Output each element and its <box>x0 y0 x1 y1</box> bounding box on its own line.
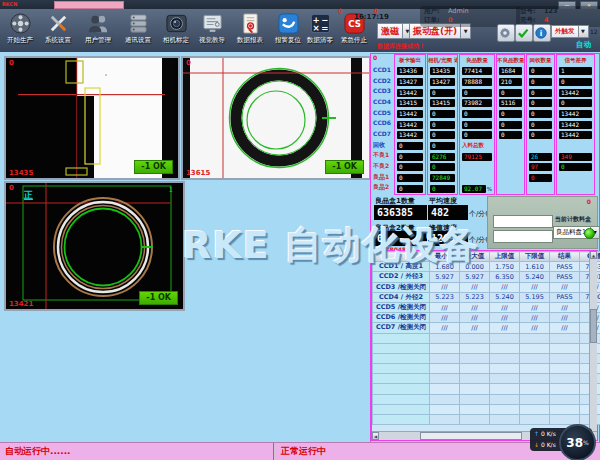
stats-value-box: 13436 <box>397 67 423 75</box>
stats-cell: 0 <box>395 141 425 152</box>
measure-row-label: CCD1 / 高度1 <box>373 262 430 272</box>
stats-cell: 0 <box>395 162 425 173</box>
measure-row[interactable]: CCD3 /检测关闭////////////////// <box>373 282 600 292</box>
data-report-button[interactable]: 数据报表 <box>230 12 270 45</box>
measure-header <box>373 252 430 262</box>
stats-cell: 5116 <box>497 98 524 109</box>
measure-empty-cell <box>550 384 580 394</box>
stats-value-box: 13442 <box>397 110 423 118</box>
measure-empty-cell <box>430 384 460 394</box>
stats-value-box: 0 <box>499 121 522 129</box>
camera-2-result-badge: -1 OK <box>325 160 364 174</box>
trigger-count: 12 <box>590 28 598 35</box>
trigger-mode-dropdown[interactable]: 外触发 ▼ <box>551 25 589 38</box>
box1-count: 636385 <box>374 205 427 220</box>
clock: 16:17:19 <box>354 13 389 21</box>
measure-row[interactable]: CCD1 / 高度11.6800.0001.7501.610PASS77439 <box>373 262 600 272</box>
stats-cell: 0 <box>497 130 524 141</box>
stats-value-box: 13415 <box>430 99 455 107</box>
measure-cell: 5.240 <box>520 272 550 282</box>
excite-dropdown[interactable]: 激磁 ▼ <box>377 23 413 39</box>
stats-value-box: 0 <box>559 99 592 107</box>
stats-cell <box>497 151 524 162</box>
vertical-scroll-thumb[interactable] <box>590 309 597 343</box>
vision-teach-button[interactable]: 视觉教导 <box>192 12 232 45</box>
measure-empty-row <box>373 353 600 363</box>
measure-row[interactable]: CCD5 /检测关闭////////////////// <box>373 302 600 312</box>
stats-cell: 0 <box>395 183 425 194</box>
tray-input-1[interactable] <box>493 215 553 228</box>
stats-cell <box>527 183 554 194</box>
stats-cell <box>460 162 494 173</box>
start-production-button[interactable]: 开始生产 <box>0 12 40 45</box>
upload-speed: 0 K/s <box>541 430 556 437</box>
measure-empty-row <box>373 364 600 374</box>
measure-empty-cell <box>430 404 460 414</box>
stats-column-header: 良品数量 <box>460 55 494 66</box>
settings-gear-button[interactable] <box>497 24 515 42</box>
stats-cell: 92.07% <box>460 183 494 194</box>
measure-cell: /// <box>520 302 550 312</box>
model-value: 123 <box>544 7 558 16</box>
camera-view-3: 0 正 1 13421 -1 OK <box>4 181 185 311</box>
measure-empty-cell <box>550 333 580 343</box>
stats-value-box: 0 <box>430 121 455 129</box>
measure-empty-cell <box>550 404 580 414</box>
tray-input-2[interactable] <box>493 230 553 243</box>
tray-status-led <box>584 228 595 239</box>
stats-cell: 13442 <box>395 109 425 120</box>
info-button[interactable]: i <box>533 24 551 42</box>
measure-empty-cell <box>550 374 580 384</box>
stats-row-label: 良品1 <box>371 172 393 183</box>
stats-cell: 入料总数 <box>460 141 494 152</box>
stats-cell: 0 <box>460 119 494 130</box>
stats-cell: 0 <box>527 119 554 130</box>
measure-cell: /// <box>460 323 490 333</box>
measure-empty-cell <box>490 353 520 363</box>
measure-cell: /// <box>430 302 460 312</box>
comm-settings-button[interactable]: 通讯设置 <box>118 12 158 45</box>
scroll-up-icon[interactable]: ▲ <box>590 251 597 259</box>
measure-row[interactable]: CCD6 /检测关闭////////////////// <box>373 313 600 323</box>
chevron-down-icon[interactable]: ▼ <box>579 25 589 38</box>
measure-cell: 5.195 <box>520 292 550 302</box>
measure-row[interactable]: CCD2 / 外径35.9275.9276.3505.240PASS78911 <box>373 272 600 282</box>
stats-corner-flag: 0 <box>371 54 393 65</box>
user-management-button[interactable]: 用户管理 <box>78 12 118 45</box>
stats-cell: 0 <box>428 162 457 173</box>
scroll-left-icon[interactable]: ◀ <box>372 432 379 440</box>
measure-row[interactable]: CCD7 /检测关闭////////////////// <box>373 323 600 333</box>
measure-row[interactable]: CCD4 / 外径25.2235.2235.2405.195PASS74006 <box>373 292 600 302</box>
vertical-scrollbar[interactable]: ▲ <box>589 251 597 432</box>
memory-usage-ball[interactable]: 38% <box>559 424 596 460</box>
horizontal-scroll-thumb[interactable] <box>420 432 522 440</box>
stats-cell: 0 <box>460 130 494 141</box>
measure-empty-cell <box>490 384 520 394</box>
stats-value-box: 210 <box>499 78 522 86</box>
stats-value-box: 78888 <box>462 78 492 86</box>
stats-cell: 13435 <box>428 66 457 77</box>
stats-cell: 0 <box>497 87 524 98</box>
stats-value-box: 13442 <box>397 89 423 97</box>
status-bar: 自动运行中...... 正常运行中 <box>0 442 600 460</box>
measure-cell: 1.610 <box>520 262 550 272</box>
stats-value-box: 73982 <box>462 99 492 107</box>
confirm-button[interactable] <box>515 24 533 42</box>
stats-cell: 0 <box>527 77 554 88</box>
stats-value-box: 0 <box>430 131 455 139</box>
system-settings-button[interactable]: 系统设置 <box>38 12 78 45</box>
camera-calibration-button[interactable]: 相机标定 <box>156 12 196 45</box>
stats-column: 相机/光圈 返回1343513427013415000062760728490 <box>427 54 458 195</box>
stats-cell: 13436 <box>395 66 425 77</box>
camera-3-result-badge: -1 OK <box>139 291 178 305</box>
stats-cell <box>497 173 524 184</box>
measure-empty-cell <box>550 394 580 404</box>
measure-empty-cell <box>373 364 430 374</box>
stats-value-box: 0 <box>430 185 455 193</box>
stats-cell: 0 <box>460 87 494 98</box>
stats-row-label: CCD6 <box>371 118 393 129</box>
stats-value-box: 0 <box>529 78 552 86</box>
stats-value-box: 0 <box>462 89 492 97</box>
measure-empty-cell <box>430 343 460 353</box>
stats-cell: 0 <box>527 98 554 109</box>
